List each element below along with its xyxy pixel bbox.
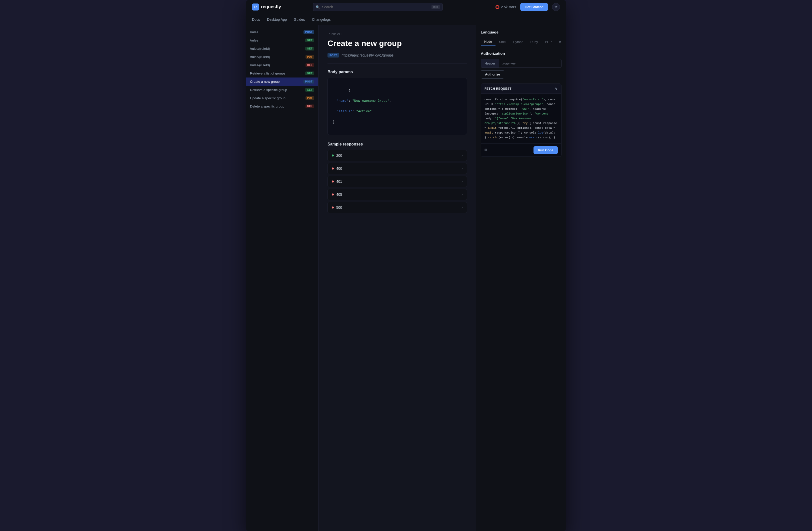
nav-docs[interactable]: Docs [252, 17, 260, 21]
response-405[interactable]: 405 › [328, 189, 467, 200]
auth-title: Authorization [481, 51, 562, 56]
search-icon: 🔍 [316, 5, 320, 9]
code-footer: ⧉ Run Code [481, 144, 561, 157]
language-tabs: Node Shell Python Ruby PHP ∨ [481, 38, 562, 46]
sidebar-badge-get: GET [305, 72, 314, 75]
tab-shell[interactable]: Shell [495, 38, 510, 46]
sidebar-item-rules-ruleid-del[interactable]: /rules/{ruleId} DEL [246, 61, 318, 69]
sidebar-badge-del: DEL [305, 63, 315, 67]
status-dot-red [332, 206, 334, 209]
main-layout: /rules POST /rules GET /rules/{ruleId} G… [246, 25, 566, 531]
sidebar-badge-del: DEL [305, 104, 315, 108]
logo-icon: R [252, 3, 259, 11]
sidebar-item-retrieve-group[interactable]: Retrieve a specific group GET [246, 86, 318, 94]
chevron-down-icon[interactable]: ∨ [555, 86, 558, 91]
code-panel: FETCH REQUEST ∨ const fetch = require('n… [481, 84, 562, 157]
chevron-right-icon: › [462, 167, 463, 171]
copy-icon[interactable]: ⧉ [484, 148, 487, 152]
auth-row: Header x-api-key [481, 59, 562, 68]
topbar: R requestly 🔍 ⌘ K ⭕ 2.5k stars Get Start… [246, 0, 566, 14]
auth-label: Header [481, 59, 499, 68]
response-200[interactable]: 200 › [328, 150, 467, 161]
sidebar-item-update-group[interactable]: Update a specific group PUT [246, 94, 318, 102]
status-dot-red [332, 193, 334, 196]
logo[interactable]: R requestly [252, 3, 281, 11]
nav-changelogs[interactable]: Changelogs [312, 17, 331, 21]
sidebar-badge-get: GET [305, 39, 314, 42]
sidebar-badge-post: POST [304, 30, 314, 34]
sidebar-badge-get: GET [305, 88, 314, 92]
fetch-label: FETCH REQUEST [484, 87, 511, 90]
sidebar-item-rules-post[interactable]: /rules POST [246, 28, 318, 36]
authorize-button[interactable]: Authorize [481, 70, 504, 78]
topbar-right: ⭕ 2.5k stars Get Started ☀ [495, 3, 560, 11]
nav-desktop-app[interactable]: Desktop App [267, 17, 287, 21]
sidebar-item-rules-ruleid-put[interactable]: /rules/{ruleId} PUT [246, 53, 318, 61]
authorization-section: Authorization Header x-api-key Authorize [481, 51, 562, 78]
sidebar-item-label: Retrieve a specific group [250, 88, 305, 92]
body-params-code: { "name": "New Awesome Group", "status":… [328, 78, 467, 135]
sidebar-item-rules-get[interactable]: /rules GET [246, 36, 318, 44]
sidebar-item-label: Delete a specific group [250, 104, 305, 108]
response-400[interactable]: 400 › [328, 163, 467, 174]
status-dot-red [332, 181, 334, 183]
sidebar-item-create-group[interactable]: Create a new group POST [246, 77, 318, 86]
tab-node[interactable]: Node [481, 38, 495, 46]
nav-guides[interactable]: Guides [294, 17, 305, 21]
breadcrumb: Public API [328, 32, 467, 36]
endpoint-url: https://api2.requestly.io/v1/groups [342, 53, 393, 57]
chevron-right-icon: › [462, 180, 463, 184]
sidebar-item-label: /rules/{ruleId} [250, 47, 305, 51]
response-code: 500 [336, 205, 342, 210]
language-title: Language [481, 30, 562, 34]
body-params-title: Body params [328, 70, 467, 74]
code-panel-header: FETCH REQUEST ∨ [481, 84, 561, 94]
sidebar-badge-put: PUT [305, 96, 315, 100]
sidebar-item-label: /rules/{ruleId} [250, 63, 305, 67]
code-body: const fetch = require('node-fetch'); con… [481, 94, 561, 144]
response-401[interactable]: 401 › [328, 176, 467, 187]
sidebar-item-label: Create a new group [250, 80, 304, 84]
sidebar-item-label: /rules/{ruleId} [250, 55, 305, 59]
sidebar-item-label: /rules [250, 39, 305, 42]
theme-toggle-button[interactable]: ☀ [552, 3, 560, 11]
endpoint-row: POST https://api2.requestly.io/v1/groups [328, 53, 467, 64]
app-name: requestly [261, 4, 281, 10]
sidebar-item-delete-group[interactable]: Delete a specific group DEL [246, 102, 318, 111]
page-title: Create a new group [328, 39, 467, 48]
status-dot-red [332, 168, 334, 170]
response-500[interactable]: 500 › [328, 202, 467, 213]
tab-ruby[interactable]: Ruby [527, 38, 541, 46]
github-stars[interactable]: ⭕ 2.5k stars [495, 5, 516, 9]
app-window: R requestly 🔍 ⌘ K ⭕ 2.5k stars Get Start… [246, 0, 566, 531]
right-panel: Language Node Shell Python Ruby PHP ∨ Au… [476, 25, 566, 531]
content-area: Public API Create a new group POST https… [319, 25, 476, 531]
theme-icon: ☀ [554, 4, 558, 9]
run-code-button[interactable]: Run Code [534, 146, 558, 154]
sidebar-item-label: Retrieve a list of groups [250, 72, 305, 75]
search-bar: 🔍 ⌘ K [313, 3, 443, 11]
tab-python[interactable]: Python [510, 38, 527, 46]
sidebar-badge-put: PUT [305, 55, 315, 59]
sidebar-item-rules-ruleid-get[interactable]: /rules/{ruleId} GET [246, 44, 318, 53]
get-started-button[interactable]: Get Started [520, 3, 548, 11]
sidebar-item-label: Update a specific group [250, 96, 305, 100]
language-more-button[interactable]: ∨ [559, 40, 562, 44]
tab-php[interactable]: PHP [541, 38, 555, 46]
response-code: 401 [336, 180, 342, 184]
sidebar-item-list-groups[interactable]: Retrieve a list of groups GET [246, 69, 318, 77]
response-code: 200 [336, 154, 342, 158]
method-badge: POST [328, 53, 339, 57]
chevron-right-icon: › [462, 205, 463, 210]
response-code: 405 [336, 192, 342, 197]
github-icon: ⭕ [495, 5, 499, 9]
chevron-right-icon: › [462, 154, 463, 158]
chevron-right-icon: › [462, 192, 463, 197]
search-input[interactable] [313, 3, 443, 11]
search-shortcut: ⌘ K [432, 5, 440, 9]
stars-count: 2.5k stars [501, 5, 516, 9]
sidebar-badge-post: POST [304, 80, 314, 84]
sidebar: /rules POST /rules GET /rules/{ruleId} G… [246, 25, 319, 531]
status-dot-green [332, 155, 334, 157]
sample-responses-title: Sample responses [328, 142, 467, 146]
